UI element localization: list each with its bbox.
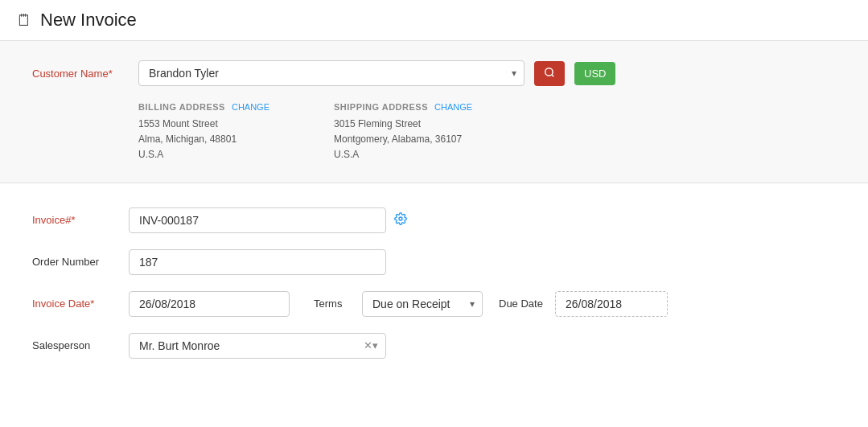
customer-name-label: Customer Name* <box>32 68 129 80</box>
salesperson-row: Salesperson Mr. Burt Monroe Ms. Jane Smi… <box>32 333 836 359</box>
terms-select[interactable]: Due on Receipt Net 15 Net 30 Net 45 Net … <box>362 291 483 317</box>
due-date-label: Due Date <box>499 298 555 310</box>
terms-label: Terms <box>314 298 362 310</box>
svg-point-2 <box>399 217 402 220</box>
billing-address-label: BILLING ADDRESS <box>138 102 225 112</box>
salesperson-label: Salesperson <box>32 339 129 351</box>
billing-line2: Alma, Michigan, 48801 <box>138 132 269 147</box>
shipping-line3: U.S.A <box>334 147 472 162</box>
invoice-number-row: Invoice#* <box>32 207 836 233</box>
shipping-change-link[interactable]: CHANGE <box>434 102 472 112</box>
search-button[interactable] <box>534 61 565 86</box>
salesperson-select[interactable]: Mr. Burt Monroe Ms. Jane Smith <box>129 333 386 359</box>
customer-name-select[interactable]: Brandon Tyler <box>138 60 525 86</box>
form-fields-section: Invoice#* Order Number Invoice Date* Ter… <box>0 183 868 399</box>
order-number-input[interactable] <box>129 249 386 275</box>
page-header: 🗒 New Invoice <box>0 0 868 41</box>
billing-line3: U.S.A <box>138 147 269 162</box>
invoice-date-label: Invoice Date* <box>32 298 129 310</box>
shipping-line2: Montgomery, Alabama, 36107 <box>334 132 472 147</box>
svg-point-0 <box>545 68 553 75</box>
shipping-address-label: SHIPPING ADDRESS <box>334 102 428 112</box>
svg-line-1 <box>552 74 554 76</box>
terms-select-wrapper: Due on Receipt Net 15 Net 30 Net 45 Net … <box>362 291 483 317</box>
shipping-address-block: SHIPPING ADDRESS CHANGE 3015 Fleming Str… <box>334 102 472 163</box>
due-date-input[interactable] <box>555 291 668 317</box>
billing-address-header: BILLING ADDRESS CHANGE <box>138 102 269 112</box>
invoice-number-label: Invoice#* <box>32 214 129 226</box>
billing-line1: 1553 Mount Street <box>138 117 269 132</box>
customer-name-row: Customer Name* Brandon Tyler ▾ USD <box>32 60 836 86</box>
order-number-row: Order Number <box>32 249 836 275</box>
salesperson-select-wrapper: Mr. Burt Monroe Ms. Jane Smith ✕▾ <box>129 333 386 359</box>
gear-icon[interactable] <box>394 212 407 228</box>
shipping-address-header: SHIPPING ADDRESS CHANGE <box>334 102 472 112</box>
form-top-section: Customer Name* Brandon Tyler ▾ USD BILLI… <box>0 41 868 183</box>
invoice-date-row: Invoice Date* Terms Due on Receipt Net 1… <box>32 291 836 317</box>
invoice-icon: 🗒 <box>16 11 32 30</box>
customer-select-wrapper: Brandon Tyler ▾ <box>138 60 525 86</box>
invoice-number-input[interactable] <box>129 207 386 233</box>
invoice-date-input[interactable] <box>129 291 290 317</box>
page-title: New Invoice <box>40 10 137 31</box>
shipping-line1: 3015 Fleming Street <box>334 117 472 132</box>
currency-button[interactable]: USD <box>574 62 615 85</box>
clear-salesperson-icon[interactable]: ✕▾ <box>364 339 378 351</box>
order-number-label: Order Number <box>32 256 129 268</box>
address-section: BILLING ADDRESS CHANGE 1553 Mount Street… <box>138 102 836 163</box>
billing-address-block: BILLING ADDRESS CHANGE 1553 Mount Street… <box>138 102 269 163</box>
billing-change-link[interactable]: CHANGE <box>232 102 269 112</box>
